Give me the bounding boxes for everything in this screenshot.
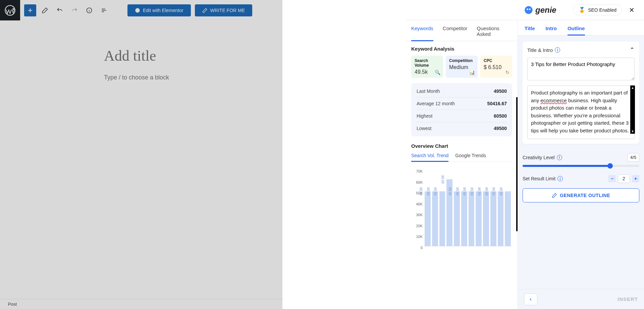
seo-badge-icon: 🏅 <box>579 7 585 13</box>
creativity-label: Creativity Leveli <box>523 155 562 160</box>
tab-title[interactable]: Title <box>525 25 535 35</box>
increment-button[interactable]: + <box>632 175 639 182</box>
generate-outline-button[interactable]: GENERATE OUTLINE <box>523 188 639 202</box>
info-icon[interactable]: i <box>555 47 560 53</box>
tab-outline[interactable]: Outline <box>568 25 585 35</box>
card-title: Title & Introi <box>527 47 560 53</box>
keyword-column: Keywords Competitor Questions Asked Keyw… <box>406 20 518 309</box>
stat-competition: Competition Medium 📊 <box>446 56 478 78</box>
outline-column: Title Intro Outline Title & Introi ⌃ Pro… <box>518 20 644 309</box>
refresh-icon: ↻ <box>505 70 509 75</box>
genie-mascot-icon <box>524 5 533 15</box>
tab-questions[interactable]: Questions Asked <box>477 25 512 41</box>
chevron-up-icon[interactable]: ⌃ <box>630 46 635 54</box>
creativity-value: 4/5 <box>627 153 639 162</box>
tab-search-trend[interactable]: Search Vol. Trend <box>411 153 448 162</box>
result-limit-value[interactable]: 2 <box>618 174 630 183</box>
stat-search-volume: Search Volume 49.5k 🔍 <box>411 56 443 78</box>
tab-intro[interactable]: Intro <box>546 25 557 35</box>
bars-icon: 📊 <box>469 70 475 75</box>
insert-button[interactable]: INSERT <box>618 296 638 302</box>
chart-tabs: Search Vol. Trend Google Trends <box>411 153 512 162</box>
svg-point-4 <box>527 8 528 10</box>
scroll-up-icon[interactable]: ▲ <box>630 85 635 90</box>
tab-keywords[interactable]: Keywords <box>411 25 433 41</box>
stat-cpc: CPC $ 6.510 ↻ <box>480 56 512 78</box>
overview-chart-title: Overview Chart <box>411 143 512 149</box>
title-input[interactable] <box>527 58 635 80</box>
genie-logo: genie <box>524 5 556 15</box>
svg-point-3 <box>525 6 532 14</box>
result-limit-stepper: − 2 + <box>608 174 639 183</box>
slider-thumb[interactable] <box>607 163 613 169</box>
genie-panel: genie 🏅 SEO Enabled ✕ Keywords Competito… <box>406 0 644 309</box>
back-button[interactable]: ‹ <box>524 293 537 305</box>
kw-analysis-title: Keyword Analysis <box>411 46 512 52</box>
tab-competitor[interactable]: Competitor <box>443 25 467 41</box>
search-trend-chart: 70K60K50K40K30K20K10K0 49.5K49.5K49.5K60… <box>411 166 512 260</box>
scroll-down-icon[interactable]: ▼ <box>630 129 635 134</box>
title-intro-card: Title & Introi ⌃ Product photography is … <box>523 42 639 144</box>
panel-footer: ‹ INSERT <box>518 289 644 309</box>
info-icon[interactable]: i <box>557 155 562 160</box>
decrement-button[interactable]: − <box>608 175 616 182</box>
scrollbar[interactable]: ▲ ▼ <box>630 85 635 134</box>
outline-tabs: Title Intro Outline <box>518 20 644 36</box>
info-icon[interactable]: i <box>557 176 563 181</box>
keyword-tabs: Keywords Competitor Questions Asked <box>406 20 518 41</box>
pencil-icon <box>552 193 557 198</box>
kw-detail-box: Last Month49500 Average 12 month50416.67… <box>411 83 512 136</box>
result-limit-label: Set Result Limiti <box>523 176 563 181</box>
creativity-slider[interactable] <box>523 165 639 167</box>
seo-status-pill[interactable]: 🏅 SEO Enabled <box>573 4 622 15</box>
tab-google-trends[interactable]: Google Trends <box>455 153 486 162</box>
panel-header: genie 🏅 SEO Enabled ✕ <box>406 0 644 20</box>
seo-label: SEO Enabled <box>588 7 616 13</box>
search-icon: 🔍 <box>435 70 440 75</box>
svg-point-5 <box>529 8 531 10</box>
intro-input[interactable]: Product photography is an important part… <box>527 85 635 139</box>
modal-overlay <box>0 0 282 309</box>
close-icon[interactable]: ✕ <box>626 5 637 15</box>
